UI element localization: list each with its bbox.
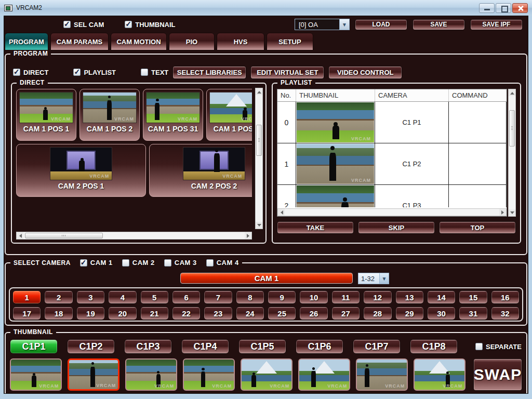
position-button-10[interactable]: 10	[299, 290, 328, 304]
preset-button-c1p6[interactable]: C1P6	[296, 339, 343, 354]
preset-button-c1p4[interactable]: C1P4	[181, 339, 229, 354]
direct-card[interactable]: VRCAM CAM 2 POS 1	[16, 144, 146, 197]
text-checkbox[interactable]	[141, 69, 148, 76]
cam2-checkbox-row[interactable]: CAM 2	[122, 259, 155, 267]
position-button-7[interactable]: 7	[204, 290, 232, 304]
scroll-left-icon[interactable]	[278, 209, 285, 216]
tab-program[interactable]: PROGRAM	[5, 33, 48, 50]
direct-checkbox-row[interactable]: ✓ DIRECT	[13, 69, 48, 76]
tab-hvs[interactable]: HVS	[217, 33, 264, 50]
tab-pio[interactable]: PIO	[169, 33, 215, 50]
preset-button-c1p8[interactable]: C1P8	[410, 339, 458, 354]
scrollbar-thumb[interactable]	[509, 110, 515, 147]
position-button-15[interactable]: 15	[459, 290, 487, 304]
preset-thumbnail[interactable]: VRCAM	[241, 358, 292, 391]
direct-card[interactable]: VRCAM CAM 1 POS 1	[16, 89, 76, 141]
direct-card[interactable]: VRCAM CAM 1 POS 4	[206, 89, 252, 141]
preset-button-c1p1[interactable]: C1P1	[10, 339, 58, 354]
scroll-down-icon[interactable]	[256, 222, 262, 229]
preset-dropdown[interactable]: [0] OA ▼	[295, 19, 350, 30]
position-button-20[interactable]: 20	[108, 307, 137, 320]
preset-thumbnail[interactable]: VRCAM	[183, 358, 235, 391]
position-button-11[interactable]: 11	[331, 290, 360, 304]
take-button[interactable]: TAKE	[277, 221, 354, 234]
preset-thumbnail[interactable]: VRCAM	[298, 358, 350, 391]
tab-cam-params[interactable]: CAM PARAMS	[50, 33, 109, 50]
position-button-5[interactable]: 5	[140, 290, 169, 304]
direct-checkbox[interactable]: ✓	[13, 69, 20, 76]
position-button-26[interactable]: 26	[299, 307, 328, 320]
close-icon[interactable]	[512, 3, 528, 13]
table-row[interactable]: 1 VRCAM C1 P2	[277, 143, 507, 185]
thumbnail-checkbox[interactable]: ✓	[125, 21, 132, 28]
text-checkbox-row[interactable]: TEXT	[141, 69, 168, 76]
direct-card[interactable]: VRCAM CAM 1 POS 2	[79, 89, 140, 141]
video-control-button[interactable]: VIDEO CONTROL	[328, 66, 402, 79]
edit-virtual-set-button[interactable]: EDIT VIRTUAL SET	[250, 66, 324, 79]
position-button-18[interactable]: 18	[44, 307, 73, 320]
position-button-16[interactable]: 16	[491, 290, 520, 304]
playlist-horizontal-scrollbar[interactable]	[277, 208, 507, 216]
separate-checkbox[interactable]	[475, 343, 483, 350]
position-button-9[interactable]: 9	[268, 290, 296, 304]
maximize-icon[interactable]	[496, 3, 511, 13]
preset-thumbnail[interactable]: VRCAM	[414, 358, 466, 391]
position-button-17[interactable]: 17	[12, 307, 41, 320]
scrollbar-thumb[interactable]	[256, 125, 262, 156]
scroll-up-icon[interactable]	[256, 88, 262, 95]
range-dropdown[interactable]: 1-32 ▼	[358, 273, 389, 284]
preset-button-c1p3[interactable]: C1P3	[124, 339, 172, 354]
direct-card[interactable]: VRCAM CAM 2 POS 2	[149, 144, 252, 197]
cam4-checkbox[interactable]	[206, 259, 214, 267]
swap-button[interactable]: SWAP	[473, 358, 522, 391]
playlist-checkbox-row[interactable]: ✓ PLAYLIST	[73, 69, 116, 76]
cam1-checkbox[interactable]: ✓	[80, 259, 87, 267]
position-button-23[interactable]: 23	[204, 307, 232, 320]
cam3-checkbox[interactable]	[164, 259, 171, 267]
position-button-24[interactable]: 24	[236, 307, 264, 320]
preset-button-c1p2[interactable]: C1P2	[67, 339, 115, 354]
playlist-checkbox[interactable]: ✓	[73, 69, 81, 76]
direct-card[interactable]: VRCAM CAM 1 POS 31	[143, 89, 203, 141]
preset-button-c1p7[interactable]: C1P7	[353, 339, 401, 354]
save-button[interactable]: SAVE	[413, 19, 465, 30]
separate-checkbox-row[interactable]: SEPARATE	[475, 343, 522, 351]
position-button-4[interactable]: 4	[108, 290, 137, 304]
position-button-28[interactable]: 28	[363, 307, 392, 320]
position-button-13[interactable]: 13	[395, 290, 424, 304]
position-button-6[interactable]: 6	[172, 290, 201, 304]
scroll-left-icon[interactable]	[17, 232, 23, 239]
cam2-checkbox[interactable]	[122, 259, 129, 267]
load-button[interactable]: LOAD	[355, 19, 407, 30]
table-row[interactable]: 0 VRCAM C1 P1	[277, 102, 507, 143]
tab-setup[interactable]: SETUP	[267, 33, 313, 50]
chevron-down-icon[interactable]: ▼	[379, 273, 389, 284]
position-button-32[interactable]: 32	[491, 307, 520, 320]
thumbnail-checkbox-row[interactable]: ✓ THUMBNAIL	[125, 21, 175, 29]
direct-horizontal-scrollbar[interactable]	[16, 232, 252, 240]
position-button-29[interactable]: 29	[395, 307, 424, 320]
sel-cam-checkbox[interactable]: ✓	[63, 21, 71, 28]
direct-vertical-scrollbar[interactable]	[255, 88, 263, 229]
preset-button-c1p5[interactable]: C1P5	[238, 339, 286, 354]
position-button-14[interactable]: 14	[427, 290, 456, 304]
position-button-21[interactable]: 21	[140, 307, 169, 320]
chevron-down-icon[interactable]: ▼	[339, 19, 349, 30]
cam4-checkbox-row[interactable]: CAM 4	[206, 259, 239, 267]
position-button-19[interactable]: 19	[76, 307, 105, 320]
title-bar[interactable]: VRCAM2	[0, 0, 532, 16]
preset-thumbnail[interactable]: VRCAM	[10, 358, 62, 391]
preset-thumbnail[interactable]: VRCAM	[125, 358, 177, 391]
preset-thumbnail-selected[interactable]: VRCAM	[68, 358, 119, 391]
scroll-right-icon[interactable]	[499, 209, 506, 216]
save-ipf-button[interactable]: SAVE IPF	[470, 19, 523, 30]
minimize-icon[interactable]	[479, 3, 495, 13]
position-button-8[interactable]: 8	[236, 290, 264, 304]
position-button-22[interactable]: 22	[172, 307, 201, 320]
position-button-12[interactable]: 12	[363, 290, 392, 304]
position-button-3[interactable]: 3	[76, 290, 105, 304]
position-button-1[interactable]: 1	[12, 290, 41, 304]
table-row[interactable]: 2 VRCAM C1 P3	[277, 185, 507, 207]
top-button[interactable]: TOP	[439, 221, 516, 234]
tab-cam-motion[interactable]: CAM MOTION	[111, 33, 167, 50]
